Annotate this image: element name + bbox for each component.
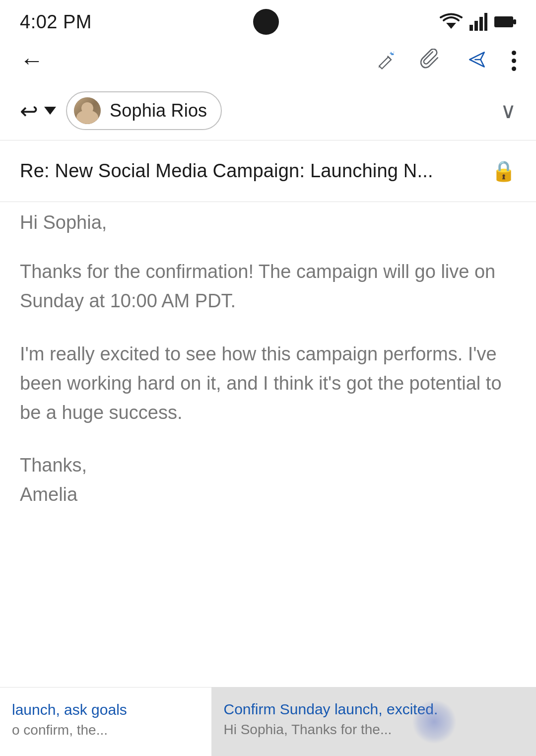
- avatar-image: [74, 97, 101, 124]
- smart-reply-left[interactable]: launch, ask goals o confirm, the...: [0, 687, 211, 756]
- svg-rect-2: [474, 21, 478, 31]
- subject-row: Re: New Social Media Campaign: Launching…: [0, 140, 536, 202]
- smart-reply-left-subtitle: o confirm, the...: [12, 722, 200, 738]
- lock-icon: 🔒: [491, 159, 516, 183]
- battery-icon: [494, 15, 516, 29]
- email-closing: Thanks,Amelia: [20, 451, 516, 509]
- svg-marker-0: [446, 23, 456, 29]
- recipient-chip[interactable]: Sophia Rios: [66, 91, 222, 130]
- smart-reply-right[interactable]: Confirm Sunday launch, excited. Hi Sophi…: [211, 687, 536, 756]
- smart-reply-left-title: launch, ask goals: [12, 701, 200, 718]
- back-button[interactable]: ←: [20, 49, 44, 72]
- smart-reply-right-title: Confirm Sunday launch, excited.: [223, 701, 524, 718]
- svg-rect-3: [479, 17, 483, 31]
- toolbar-left: ←: [20, 49, 44, 72]
- recipient-row: ↩ Sophia Rios ∨: [0, 81, 536, 140]
- camera-indicator: [253, 9, 279, 35]
- status-bar: 4:02 PM: [0, 0, 536, 40]
- touch-ripple: [412, 699, 457, 744]
- smart-reply-right-subtitle: Hi Sophia, Thanks for the...: [223, 722, 524, 738]
- email-paragraph-2: I'm really excited to see how this campa…: [20, 340, 516, 427]
- wifi-icon: [440, 13, 463, 31]
- svg-rect-6: [513, 19, 516, 24]
- toolbar: ←: [0, 40, 536, 81]
- reply-button[interactable]: ↩: [20, 98, 56, 124]
- status-center: [253, 9, 279, 35]
- email-greeting: Hi Sophia,: [20, 212, 516, 233]
- reply-dropdown-icon: [44, 107, 56, 115]
- signal-icon: [469, 13, 487, 31]
- reply-arrow-icon: ↩: [20, 98, 38, 124]
- email-subject: Re: New Social Media Campaign: Launching…: [20, 160, 481, 182]
- svg-rect-4: [484, 13, 487, 31]
- avatar: [74, 97, 101, 124]
- expand-icon[interactable]: ∨: [500, 100, 516, 122]
- toolbar-right: [375, 49, 516, 72]
- svg-point-7: [392, 53, 394, 55]
- recipient-name: Sophia Rios: [110, 100, 207, 121]
- svg-rect-1: [469, 25, 473, 31]
- status-time: 4:02 PM: [20, 11, 92, 33]
- recipient-left: ↩ Sophia Rios: [20, 91, 222, 130]
- email-body: Hi Sophia, Thanks for the confirmation! …: [0, 202, 536, 529]
- send-icon[interactable]: [466, 49, 488, 72]
- ai-pencil-icon[interactable]: [375, 50, 397, 71]
- more-options-icon[interactable]: [512, 51, 516, 71]
- svg-rect-5: [494, 16, 513, 27]
- status-icons: [440, 13, 516, 31]
- smart-reply-area: launch, ask goals o confirm, the... Conf…: [0, 687, 536, 756]
- attach-icon[interactable]: [420, 49, 442, 72]
- email-paragraph-1: Thanks for the confirmation! The campaig…: [20, 257, 516, 316]
